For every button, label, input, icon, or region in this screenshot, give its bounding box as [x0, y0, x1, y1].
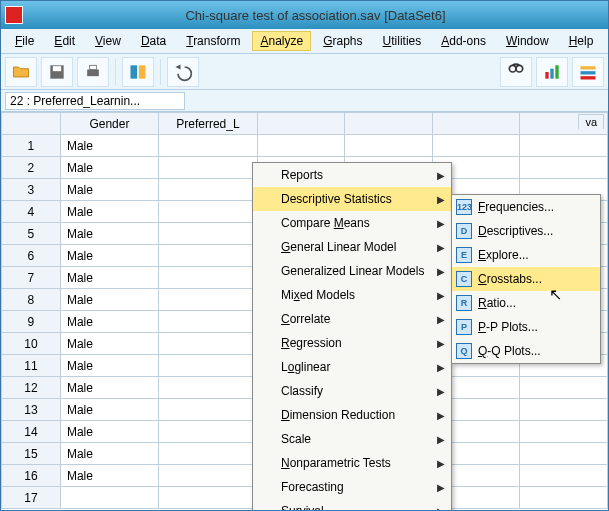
cell-preferred[interactable] [159, 223, 258, 245]
cell-gender[interactable] [60, 487, 158, 509]
row-header[interactable]: 6 [2, 245, 61, 267]
row-header[interactable]: 1 [2, 135, 61, 157]
find-button[interactable] [500, 57, 532, 87]
cell-blank[interactable] [345, 135, 433, 157]
menu-item-nonparametric-tests[interactable]: Nonparametric Tests▶ [253, 451, 451, 475]
menu-graphs[interactable]: Graphs [315, 31, 370, 51]
menu-item-reports[interactable]: Reports▶ [253, 163, 451, 187]
row-header[interactable]: 7 [2, 267, 61, 289]
cell-gender[interactable]: Male [60, 157, 158, 179]
row-header[interactable]: 10 [2, 333, 61, 355]
menu-add-ons[interactable]: Add-ons [433, 31, 494, 51]
menu-item-dimension-reduction[interactable]: Dimension Reduction▶ [253, 403, 451, 427]
row-header[interactable]: 12 [2, 377, 61, 399]
row-header[interactable]: 14 [2, 421, 61, 443]
menu-edit[interactable]: Edit [46, 31, 83, 51]
cell-preferred[interactable] [159, 399, 258, 421]
cell-preferred[interactable] [159, 465, 258, 487]
vars-button[interactable] [572, 57, 604, 87]
row-header[interactable]: 17 [2, 487, 61, 509]
menu-window[interactable]: Window [498, 31, 557, 51]
cell-preferred[interactable] [159, 443, 258, 465]
menu-item-compare-means[interactable]: Compare Means▶ [253, 211, 451, 235]
cell-gender[interactable]: Male [60, 223, 158, 245]
menu-item-generalized-linear-models[interactable]: Generalized Linear Models▶ [253, 259, 451, 283]
cell-gender[interactable]: Male [60, 443, 158, 465]
column-header-blank[interactable] [257, 113, 345, 135]
cell-preferred[interactable] [159, 311, 258, 333]
cell-reference-box[interactable]: 22 : Preferred_Learnin... [5, 92, 185, 110]
column-header-blank[interactable] [432, 113, 520, 135]
submenu-item-crosstabs[interactable]: CCrosstabs... [452, 267, 600, 291]
row-header[interactable]: 4 [2, 201, 61, 223]
submenu-item-explore[interactable]: EExplore... [452, 243, 600, 267]
chart-button[interactable] [536, 57, 568, 87]
column-header-preferred[interactable]: Preferred_L [159, 113, 258, 135]
row-header[interactable]: 13 [2, 399, 61, 421]
recall-dialog-button[interactable] [122, 57, 154, 87]
menu-item-descriptive-statistics[interactable]: Descriptive Statistics▶ [253, 187, 451, 211]
cell-preferred[interactable] [159, 245, 258, 267]
open-button[interactable] [5, 57, 37, 87]
menu-data[interactable]: Data [133, 31, 174, 51]
cell-blank[interactable] [520, 135, 608, 157]
submenu-item-frequencies[interactable]: 123Frequencies... [452, 195, 600, 219]
cell-gender[interactable]: Male [60, 421, 158, 443]
menu-item-regression[interactable]: Regression▶ [253, 331, 451, 355]
row-header[interactable]: 15 [2, 443, 61, 465]
menu-item-scale[interactable]: Scale▶ [253, 427, 451, 451]
cell-preferred[interactable] [159, 135, 258, 157]
menu-item-classify[interactable]: Classify▶ [253, 379, 451, 403]
table-row[interactable]: 1Male [2, 135, 608, 157]
cell-blank[interactable] [520, 421, 608, 443]
cell-preferred[interactable] [159, 267, 258, 289]
row-header[interactable]: 8 [2, 289, 61, 311]
cell-preferred[interactable] [159, 487, 258, 509]
row-header[interactable]: 2 [2, 157, 61, 179]
menu-utilities[interactable]: Utilities [375, 31, 430, 51]
cell-gender[interactable]: Male [60, 135, 158, 157]
row-header[interactable]: 16 [2, 465, 61, 487]
column-header-blank[interactable] [345, 113, 433, 135]
row-header[interactable]: 3 [2, 179, 61, 201]
menu-item-general-linear-model[interactable]: General Linear Model▶ [253, 235, 451, 259]
cell-blank[interactable] [520, 443, 608, 465]
cell-blank[interactable] [520, 487, 608, 509]
menu-item-loglinear[interactable]: Loglinear▶ [253, 355, 451, 379]
cell-blank[interactable] [520, 465, 608, 487]
cell-blank[interactable] [520, 157, 608, 179]
menu-view[interactable]: View [87, 31, 129, 51]
menu-file[interactable]: File [7, 31, 42, 51]
cell-preferred[interactable] [159, 157, 258, 179]
row-header[interactable]: 11 [2, 355, 61, 377]
submenu-item-descriptives[interactable]: DDescriptives... [452, 219, 600, 243]
cell-preferred[interactable] [159, 179, 258, 201]
menu-help[interactable]: Help [561, 31, 602, 51]
cell-preferred[interactable] [159, 421, 258, 443]
undo-button[interactable] [167, 57, 199, 87]
cell-gender[interactable]: Male [60, 333, 158, 355]
submenu-item-q-q-plots[interactable]: QQ-Q Plots... [452, 339, 600, 363]
menu-analyze[interactable]: Analyze [252, 31, 311, 51]
menu-item-correlate[interactable]: Correlate▶ [253, 307, 451, 331]
cell-gender[interactable]: Male [60, 377, 158, 399]
cell-preferred[interactable] [159, 333, 258, 355]
row-header[interactable]: 9 [2, 311, 61, 333]
menu-transform[interactable]: Transform [178, 31, 248, 51]
cell-gender[interactable]: Male [60, 311, 158, 333]
cell-preferred[interactable] [159, 377, 258, 399]
cell-gender[interactable]: Male [60, 245, 158, 267]
cell-gender[interactable]: Male [60, 179, 158, 201]
menu-item-forecasting[interactable]: Forecasting▶ [253, 475, 451, 499]
cell-gender[interactable]: Male [60, 355, 158, 377]
row-header[interactable]: 5 [2, 223, 61, 245]
menu-item-mixed-models[interactable]: Mixed Models▶ [253, 283, 451, 307]
cell-blank[interactable] [257, 135, 345, 157]
cell-preferred[interactable] [159, 289, 258, 311]
cell-gender[interactable]: Male [60, 465, 158, 487]
cell-preferred[interactable] [159, 201, 258, 223]
cell-gender[interactable]: Male [60, 201, 158, 223]
cell-preferred[interactable] [159, 355, 258, 377]
data-grid[interactable]: va GenderPreferred_L1Male2Male3Male4Male… [1, 112, 608, 510]
submenu-item-p-p-plots[interactable]: PP-P Plots... [452, 315, 600, 339]
